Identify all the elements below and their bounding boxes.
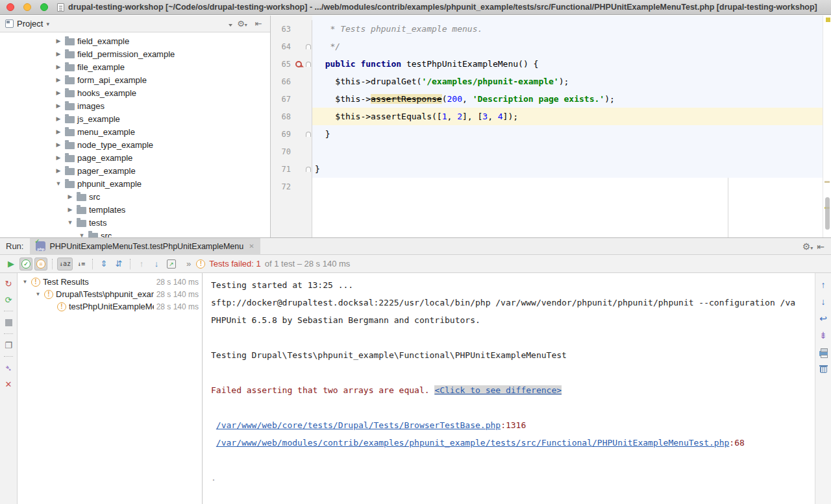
project-tree-item-pager_example[interactable]: ▶pager_example <box>0 164 270 177</box>
chevron-right-icon[interactable]: ▶ <box>66 193 74 200</box>
gutter-line-69[interactable]: 69 <box>271 125 312 143</box>
chevron-down-icon[interactable]: ▼ <box>34 291 42 297</box>
close-tab-icon[interactable]: ✕ <box>249 243 254 250</box>
up-the-stacktrace-icon[interactable]: ↑ <box>818 280 828 290</box>
rerun-test-icon[interactable]: ⟳ <box>3 294 14 305</box>
test-failed-icon[interactable] <box>295 61 302 67</box>
down-the-stacktrace-icon[interactable]: ↓ <box>818 296 828 307</box>
gutter-line-64[interactable]: 64 <box>271 38 312 55</box>
chevron-down-icon[interactable]: ▼ <box>66 219 74 226</box>
gear-icon[interactable]: ⚙▾ <box>801 241 814 252</box>
gutter-line-68[interactable]: 68 <box>271 108 312 125</box>
previous-occurrence-icon[interactable]: ↑ <box>135 258 148 270</box>
chevron-down-icon[interactable]: ▼ <box>78 232 86 237</box>
project-tree-item-form_api_example[interactable]: ▶form_api_example <box>0 73 270 86</box>
gutter-line-70[interactable]: 70 <box>271 143 312 160</box>
export-test-results-icon[interactable]: ↗ <box>165 258 178 270</box>
editor-scrollbar[interactable] <box>823 16 831 237</box>
scroll-to-end-icon[interactable]: ⇟ <box>818 330 828 341</box>
project-tree-item-images[interactable]: ▶images <box>0 99 270 112</box>
hide-panel-icon[interactable]: ⇤ <box>814 241 827 252</box>
code-text[interactable]: $this->assertEquals([1, 2], [3, 4]); <box>312 108 823 125</box>
chevron-right-icon[interactable]: ▶ <box>55 141 62 148</box>
test-tree-item[interactable]: ▼!Test Results28 s 140 ms <box>18 276 202 288</box>
test-tree-item[interactable]: ▼!Drupal\Tests\phpunit_example\Functiona… <box>18 288 202 300</box>
gutter-line-67[interactable]: 67 <box>271 90 312 108</box>
project-tree-item-hooks_example[interactable]: ▶hooks_example <box>0 86 270 99</box>
code-text[interactable]: } <box>312 125 823 143</box>
rerun-icon[interactable]: ▶ <box>5 258 18 270</box>
expand-all-icon[interactable]: ⇕ <box>97 258 110 270</box>
gutter-line-72[interactable]: 72 <box>271 178 312 195</box>
project-tree-item-file_example[interactable]: ▶file_example <box>0 60 270 73</box>
gutter-line-63[interactable]: 63 <box>271 20 312 38</box>
code-text[interactable]: public function testPhpUnitExampleMenu()… <box>312 55 823 73</box>
minimize-window-button[interactable] <box>23 3 31 11</box>
close-icon[interactable]: ✕ <box>3 379 14 389</box>
code-text[interactable]: */ <box>312 38 823 55</box>
project-tree-item-src[interactable]: ▼src <box>0 229 270 237</box>
chevron-right-icon[interactable]: ▶ <box>55 51 62 57</box>
scrollbar-thumb[interactable] <box>825 197 830 230</box>
code-editor[interactable]: 63 * Tests phpunit_example menus.64 */65… <box>271 16 831 237</box>
restore-layout-icon[interactable]: ❐ <box>3 340 14 350</box>
console-link[interactable]: /var/www/web/core/tests/Drupal/Tests/Bro… <box>216 420 501 430</box>
chevron-right-icon[interactable]: ▶ <box>55 115 62 122</box>
project-tree-item-field_permission_example[interactable]: ▶field_permission_example <box>0 47 270 60</box>
project-tree-item-menu_example[interactable]: ▶menu_example <box>0 125 270 138</box>
zoom-window-button[interactable] <box>40 3 48 11</box>
sort-by-duration-icon[interactable]: ↓≡ <box>75 258 88 270</box>
project-tree-item-phpunit_example[interactable]: ▼phpunit_example <box>0 177 270 190</box>
rerun-failed-tests-icon[interactable]: ↻ <box>3 278 14 289</box>
project-tree-item-tests[interactable]: ▼tests <box>0 216 270 229</box>
run-tab[interactable]: php ✓ PHPUnitExampleMenuTest.testPhpUnit… <box>30 238 260 255</box>
code-text[interactable]: $this->assertResponse(200, 'Description … <box>312 90 823 108</box>
test-console[interactable]: Testing started at 13:25 ...sftp://docke… <box>203 273 815 504</box>
next-occurrence-icon[interactable]: ↓ <box>150 258 163 270</box>
soft-wrap-icon[interactable]: ↩ <box>818 313 828 324</box>
chevron-down-icon[interactable]: ▼ <box>21 279 29 285</box>
chevron-right-icon[interactable]: ▶ <box>55 90 62 96</box>
stop-icon[interactable] <box>3 317 14 328</box>
close-window-button[interactable] <box>6 3 14 11</box>
project-tree-item-field_example[interactable]: ▶field_example <box>0 34 270 47</box>
chevron-right-icon[interactable]: ▶ <box>55 77 62 83</box>
clear-all-icon[interactable] <box>818 364 828 374</box>
fold-marker-icon[interactable] <box>306 44 311 49</box>
project-tree-item-node_type_example[interactable]: ▶node_type_example <box>0 138 270 151</box>
code-text[interactable]: } <box>312 160 823 178</box>
project-tree-item-page_example[interactable]: ▶page_example <box>0 151 270 164</box>
project-tree-item-src[interactable]: ▶src <box>0 190 270 203</box>
gutter-line-65[interactable]: 65 <box>271 55 312 73</box>
show-passed-icon[interactable]: ✓ <box>19 258 32 270</box>
test-tree-item[interactable]: !testPhpUnitExampleMenu28 s 140 ms <box>18 300 202 313</box>
chevron-right-icon[interactable]: ▶ <box>55 38 62 44</box>
chevron-down-icon[interactable]: ▼ <box>55 180 62 187</box>
gutter-line-71[interactable]: 71 <box>271 160 312 178</box>
collapse-all-icon[interactable]: ⇵ <box>112 258 125 270</box>
test-runner-settings-icon[interactable]: ➴ <box>3 363 14 373</box>
show-ignored-icon[interactable]: ≡ <box>34 258 47 270</box>
hide-panel-icon[interactable]: ⇤ <box>252 19 265 29</box>
chevron-right-icon[interactable]: ▶ <box>55 64 62 70</box>
gear-icon[interactable]: ⚙▾ <box>236 19 249 29</box>
sort-alphabetically-icon[interactable]: ↓az <box>57 258 73 270</box>
chevron-right-icon[interactable]: ▶ <box>55 102 62 109</box>
gutter-line-66[interactable]: 66 <box>271 73 312 90</box>
fold-marker-icon[interactable] <box>306 62 311 67</box>
code-text[interactable] <box>312 143 823 160</box>
chevron-right-icon[interactable]: ▶ <box>55 154 62 161</box>
code-text[interactable]: * Tests phpunit_example menus. <box>312 20 823 38</box>
chevron-right-icon[interactable]: ▶ <box>66 206 74 213</box>
project-tree-item-templates[interactable]: ▶templates <box>0 203 270 216</box>
project-tree-item-js_example[interactable]: ▶js_example <box>0 112 270 125</box>
console-link[interactable]: <Click to see difference> <box>434 385 562 395</box>
project-view-selector[interactable]: Project <box>17 19 43 29</box>
chevron-right-icon[interactable]: ▶ <box>55 167 62 174</box>
chevron-right-icon[interactable]: ▶ <box>55 128 62 135</box>
code-text[interactable] <box>312 178 823 195</box>
fold-marker-icon[interactable] <box>306 167 311 172</box>
code-text[interactable]: $this->drupalGet('/examples/phpunit-exam… <box>312 73 823 90</box>
console-link[interactable]: /var/www/web/modules/contrib/examples/ph… <box>216 438 730 448</box>
print-icon[interactable] <box>818 347 828 357</box>
